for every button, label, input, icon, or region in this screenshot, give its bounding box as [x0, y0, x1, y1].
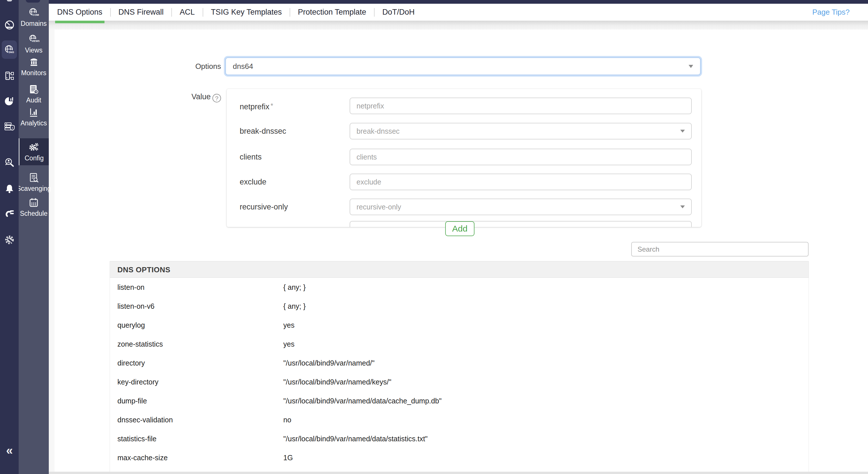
options-dropdown-value: dns64: [233, 62, 253, 71]
table-row: dump-file"/usr/local/bind9/var/named/dat…: [110, 391, 809, 410]
collapse-sidebar-button[interactable]: «: [3, 444, 16, 457]
clients-label: clients: [240, 149, 346, 165]
nav-column: COM Domains VIEWS Views Monitors Audit A…: [19, 0, 49, 474]
plugin-icon[interactable]: [3, 208, 16, 220]
app-window: DNS ! « COM Domains: [0, 0, 868, 474]
analytics-icon: [28, 107, 40, 118]
svg-text:VIEWS: VIEWS: [32, 39, 40, 42]
settings-gear-icon[interactable]: [3, 234, 16, 246]
chevron-down-icon: [680, 206, 685, 208]
table-row: listen-on-v6{ any; }: [110, 297, 809, 316]
table-row: key-directory"/usr/local/bind9/var/named…: [110, 373, 809, 391]
table-row: zone-statisticsyes: [110, 335, 809, 353]
sidebar-item-label: Audit: [26, 96, 41, 104]
search-input[interactable]: [631, 242, 809, 256]
main-area: DNS Options DNS Firewall ACL TSIG Key Te…: [49, 0, 868, 474]
logo-partial: [7, 0, 12, 1]
sidebar-item-domains[interactable]: COM Domains: [19, 4, 49, 30]
option-key: listen-on-v6: [110, 302, 283, 311]
value-fields-card: netprefix* break-dnssec break-dnssec cli…: [227, 89, 701, 227]
option-key: max-cache-size: [110, 454, 283, 462]
option-value: "/usr/local/bind9/var/named/data/cache_d…: [283, 397, 441, 405]
chevron-down-icon: [680, 130, 685, 132]
option-key: listen-on: [110, 283, 283, 291]
pie-chart-icon[interactable]: [3, 95, 16, 107]
option-value: "/usr/local/bind9/var/named/keys/": [283, 378, 391, 386]
logo-partial-dark: [26, 0, 40, 3]
config-gears-icon: [28, 142, 40, 153]
option-value: no: [283, 416, 291, 424]
tab-tsig-key-templates[interactable]: TSIG Key Templates: [203, 4, 290, 21]
tab-dns-firewall[interactable]: DNS Firewall: [111, 4, 172, 21]
recursive-only-label: recursive-only: [240, 198, 346, 215]
option-key: key-directory: [110, 378, 283, 386]
netprefix-input[interactable]: [350, 98, 692, 114]
break-dnssec-label: break-dnssec: [240, 123, 346, 139]
option-value: "/usr/local/bind9/var/named/data/statist…: [283, 435, 428, 443]
option-key: zone-statistics: [110, 340, 283, 348]
icon-rail: DNS ! «: [0, 0, 19, 474]
option-key: querylog: [110, 321, 283, 329]
add-button[interactable]: Add: [445, 221, 474, 236]
search-person-icon[interactable]: [3, 157, 16, 169]
clipped-field: [350, 221, 692, 227]
option-value: yes: [283, 321, 294, 329]
option-value: 1G: [283, 454, 293, 462]
dns-options-table: DNS OPTIONS listen-on{ any; } listen-on-…: [110, 261, 809, 473]
option-value: { any; }: [283, 283, 306, 291]
content-area: Options dns64 Value? netprefix* break-dn…: [49, 30, 868, 474]
option-value: { any; }: [283, 302, 306, 311]
table-row: statistics-file"/usr/local/bind9/var/nam…: [110, 429, 809, 448]
value-label-text: Value: [191, 92, 211, 101]
sidebar-item-config[interactable]: Config: [19, 138, 49, 165]
sidebar-item-label: Domains: [21, 20, 47, 27]
select-placeholder: break-dnssec: [356, 127, 400, 135]
schedule-calendar-icon: [28, 197, 40, 209]
sidebar-item-label: Scavenging: [17, 185, 51, 192]
sidebar-item-label: Config: [25, 154, 43, 162]
sidebar-item-schedule[interactable]: Schedule: [19, 194, 49, 220]
notifications-bell-icon[interactable]: [3, 183, 16, 195]
exclude-input[interactable]: [350, 173, 692, 190]
audit-icon: [28, 84, 40, 95]
tab-acl[interactable]: ACL: [172, 4, 203, 21]
topology-icon[interactable]: [3, 70, 16, 82]
scavenging-icon: [28, 172, 40, 184]
break-dnssec-select[interactable]: break-dnssec: [350, 123, 692, 139]
dns-globe-icon[interactable]: DNS: [3, 44, 16, 56]
clients-input[interactable]: [350, 149, 692, 165]
sidebar-item-monitors[interactable]: Monitors: [19, 53, 49, 80]
recursive-only-select[interactable]: recursive-only: [350, 198, 692, 215]
options-dropdown[interactable]: dns64: [225, 57, 701, 75]
tabbar-shadow-band: [49, 21, 868, 30]
option-key: dump-file: [110, 397, 283, 405]
table-row: listen-on{ any; }: [110, 278, 809, 297]
tab-protection-template[interactable]: Protection Template: [290, 4, 374, 21]
chevron-down-icon: [689, 65, 693, 68]
globe-views-icon: VIEWS: [28, 34, 40, 45]
content-left-strip: [49, 30, 55, 474]
bottom-strip: [49, 472, 868, 474]
svg-text:!: !: [12, 127, 13, 130]
dashboard-icon[interactable]: [3, 19, 16, 31]
server-alert-icon[interactable]: !: [3, 121, 16, 132]
globe-com-icon: COM: [28, 7, 40, 19]
table-row: querylogyes: [110, 316, 809, 335]
sidebar-item-scavenging[interactable]: Scavenging: [19, 169, 49, 195]
tab-dns-options[interactable]: DNS Options: [50, 4, 110, 21]
table-row: max-cache-size1G: [110, 448, 809, 467]
required-asterisk: *: [271, 102, 273, 109]
option-key: dnssec-validation: [110, 416, 283, 424]
sidebar-item-label: Views: [25, 46, 42, 54]
svg-text:DNS: DNS: [9, 51, 14, 54]
table-row: directory"/usr/local/bind9/var/named/": [110, 353, 809, 373]
tab-bar: DNS Options DNS Firewall ACL TSIG Key Te…: [49, 4, 868, 21]
netprefix-label: netprefix*: [240, 98, 346, 114]
sidebar-item-analytics[interactable]: Analytics: [19, 103, 49, 130]
help-icon[interactable]: ?: [212, 94, 221, 102]
table-row: dnssec-validationno: [110, 410, 809, 429]
sidebar-item-label: Monitors: [21, 69, 46, 76]
page-tips-link[interactable]: Page Tips?: [812, 4, 849, 21]
tab-dot-doh[interactable]: DoT/DoH: [375, 4, 423, 21]
option-key: statistics-file: [110, 435, 283, 443]
